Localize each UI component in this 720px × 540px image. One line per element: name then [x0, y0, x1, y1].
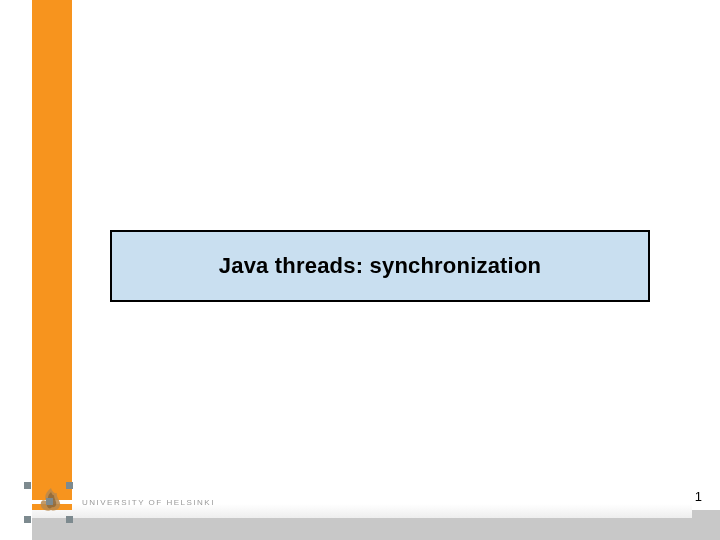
university-label: UNIVERSITY OF HELSINKI	[82, 498, 215, 507]
logo-square-dot	[66, 482, 73, 489]
page-number: 1	[695, 489, 702, 504]
slide-title: Java threads: synchronization	[219, 253, 541, 279]
logo-square-dot	[66, 516, 73, 523]
logo-square-dot	[24, 516, 31, 523]
logo-square-dot	[24, 482, 31, 489]
footer: UNIVERSITY OF HELSINKI	[0, 492, 720, 540]
university-logo	[18, 478, 78, 526]
vertical-orange-bar	[32, 0, 72, 500]
title-box: Java threads: synchronization	[110, 230, 650, 302]
logo-square-dot	[46, 498, 53, 505]
